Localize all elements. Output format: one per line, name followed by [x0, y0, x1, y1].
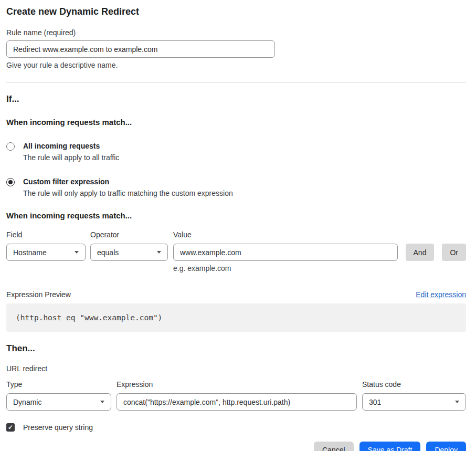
and-button[interactable]: And — [406, 244, 435, 261]
field-label: Field — [6, 230, 86, 240]
chevron-down-icon — [100, 401, 104, 403]
status-code-label: Status code — [362, 380, 466, 390]
rule-name-label: Rule name (required) — [6, 28, 466, 37]
value-label: Value — [173, 230, 398, 240]
type-select-value: Dynamic — [13, 398, 100, 406]
expression-preview-label: Expression Preview — [6, 290, 71, 299]
field-select[interactable]: Hostname — [6, 244, 86, 261]
preserve-query-string-label: Preserve query string — [23, 423, 93, 432]
operator-select-value: equals — [97, 248, 157, 257]
value-input[interactable] — [173, 244, 398, 261]
filter-subheading: When incoming requests match... — [6, 211, 466, 220]
expression-preview-code: (http.host eq "www.example.com") — [6, 303, 466, 332]
radio-all-requests-description: The rule will apply to all traffic — [23, 153, 119, 162]
save-as-draft-button[interactable]: Save as Draft — [359, 442, 421, 451]
value-help: e.g. example.com — [173, 264, 398, 272]
status-code-select[interactable]: 301 — [362, 393, 466, 411]
section-divider — [6, 82, 466, 82]
chevron-down-icon — [75, 251, 79, 254]
chevron-down-icon — [157, 251, 161, 254]
url-redirect-label: URL redirect — [6, 364, 466, 373]
page-title: Create new Dynamic Redirect — [6, 5, 466, 18]
status-code-select-value: 301 — [369, 398, 455, 406]
footer-actions: Cancel Save as Draft Deploy — [6, 442, 466, 451]
match-subheading: When incoming requests match... — [6, 118, 466, 127]
radio-option-custom-expression[interactable]: Custom filter expression The rule will o… — [6, 177, 466, 198]
field-select-value: Hostname — [13, 248, 75, 257]
radio-option-all-requests[interactable]: All incoming requests The rule will appl… — [6, 141, 466, 162]
rule-name-input[interactable] — [6, 40, 275, 58]
create-redirect-form: Create new Dynamic Redirect Rule name (r… — [0, 0, 476, 451]
type-select[interactable]: Dynamic — [6, 393, 111, 411]
radio-custom-expression-icon[interactable] — [6, 178, 15, 186]
redirect-expression-label: Expression — [117, 380, 357, 390]
chevron-down-icon — [455, 401, 459, 403]
redirect-controls-row: Type Dynamic Expression Status code 301 — [6, 380, 466, 411]
filter-controls-row: Field Hostname Operator equals Value e.g… — [6, 230, 466, 272]
edit-expression-link[interactable]: Edit expression — [416, 290, 466, 299]
then-heading: Then... — [6, 343, 466, 354]
rule-name-help: Give your rule a descriptive name. — [6, 61, 466, 69]
preserve-query-string-option[interactable]: ✓ Preserve query string — [6, 423, 466, 432]
if-heading: If... — [6, 94, 466, 104]
redirect-expression-input[interactable] — [117, 393, 357, 411]
operator-label: Operator — [90, 230, 168, 240]
operator-select[interactable]: equals — [90, 244, 168, 261]
cancel-button[interactable]: Cancel — [314, 442, 354, 451]
radio-all-requests-label: All incoming requests — [23, 141, 119, 151]
type-label: Type — [6, 380, 111, 390]
radio-custom-expression-description: The rule will only apply to traffic matc… — [23, 188, 233, 198]
expression-code-text: (http.host eq "www.example.com") — [16, 313, 162, 322]
radio-all-requests-icon[interactable] — [6, 142, 15, 151]
deploy-button[interactable]: Deploy — [426, 442, 466, 451]
or-button[interactable]: Or — [442, 244, 466, 261]
expression-preview-header: Expression Preview Edit expression — [6, 290, 466, 299]
checkbox-checked-icon[interactable]: ✓ — [6, 423, 15, 432]
radio-custom-expression-label: Custom filter expression — [23, 177, 233, 186]
